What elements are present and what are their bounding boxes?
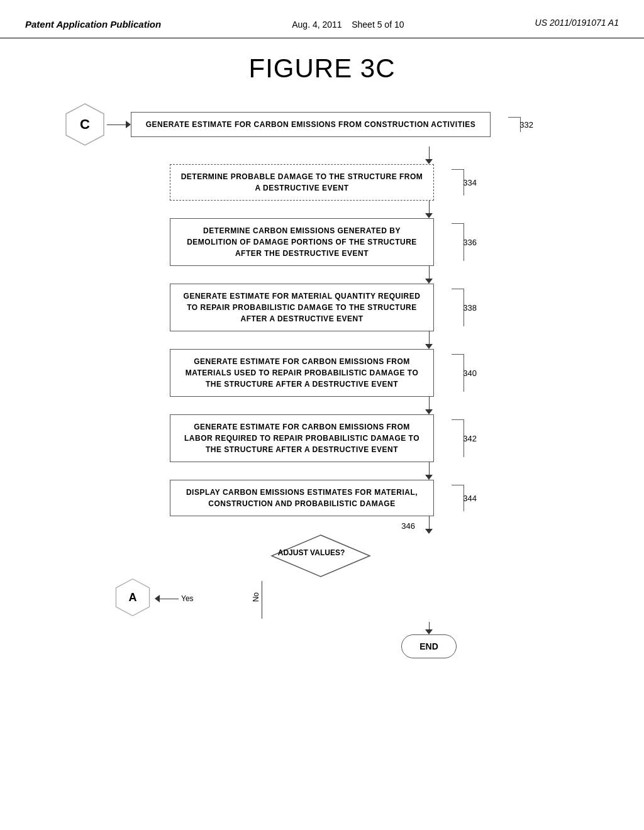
ref-336: 336: [463, 238, 477, 247]
arrow-to-end: [425, 622, 433, 634]
figure-title: FIGURE 3C: [0, 53, 644, 84]
box-332: GENERATE ESTIMATE FOR CARBON EMISSIONS F…: [131, 112, 491, 137]
box-334: DETERMINE PROBABLE DAMAGE TO THE STRUCTU…: [170, 164, 434, 201]
header-meta: Aug. 4, 2011 Sheet 5 of 10: [292, 18, 404, 31]
yes-branch: A Yes: [113, 578, 194, 619]
no-branch: No: [252, 572, 262, 622]
connector-c-label: C: [80, 116, 90, 133]
end-label: END: [401, 634, 457, 658]
page-header: Patent Application Publication Aug. 4, 2…: [0, 0, 644, 38]
connector-c: C: [63, 102, 107, 147]
diamond-346: 346 ADJUST VALUES?: [201, 534, 352, 572]
ref-332: 332: [519, 120, 533, 130]
arrow-4: [425, 331, 433, 349]
connector-a-label: A: [129, 591, 137, 604]
arrow-3: [425, 266, 433, 284]
arrow-7: [425, 516, 433, 534]
box-344: DISPLAY CARBON EMISSIONS ESTIMATES FOR M…: [170, 480, 434, 516]
ref-346: 346: [401, 521, 415, 531]
box-332-text: GENERATE ESTIMATE FOR CARBON EMISSIONS F…: [131, 112, 491, 137]
ref-340: 340: [463, 368, 477, 378]
box-342: GENERATE ESTIMATE FOR CARBON EMISSIONS F…: [170, 414, 434, 462]
hexagon-a: A: [113, 578, 152, 619]
pub-date: Aug. 4, 2011: [292, 19, 341, 30]
arrow-6: [425, 462, 433, 480]
ref-344: 344: [463, 494, 477, 503]
box-338: GENERATE ESTIMATE FOR MATERIAL QUANTITY …: [170, 284, 434, 331]
ref-338: 338: [463, 303, 477, 313]
diagram: C GENERATE ESTIMATE FOR CARBON EMISSIONS…: [0, 102, 644, 658]
no-label: No: [252, 592, 260, 602]
box-336: DETERMINE CARBON EMISSIONS GENERATED BY …: [170, 218, 434, 266]
ref-334: 334: [463, 178, 477, 187]
patent-number: US 2011/0191071 A1: [535, 18, 619, 28]
publication-title: Patent Application Publication: [25, 18, 161, 31]
arrow-1: [425, 147, 433, 164]
ref-342: 342: [463, 434, 477, 443]
sheet-info: Sheet 5 of 10: [352, 19, 404, 30]
yes-label: Yes: [181, 594, 194, 603]
box-340: GENERATE ESTIMATE FOR CARBON EMISSIONS F…: [170, 349, 434, 397]
arrow-5: [425, 397, 433, 414]
diamond-label: ADJUST VALUES?: [278, 548, 345, 557]
end-box: END: [132, 634, 644, 658]
diamond-shape: ADJUST VALUES?: [270, 534, 352, 572]
arrow-2: [425, 201, 433, 218]
